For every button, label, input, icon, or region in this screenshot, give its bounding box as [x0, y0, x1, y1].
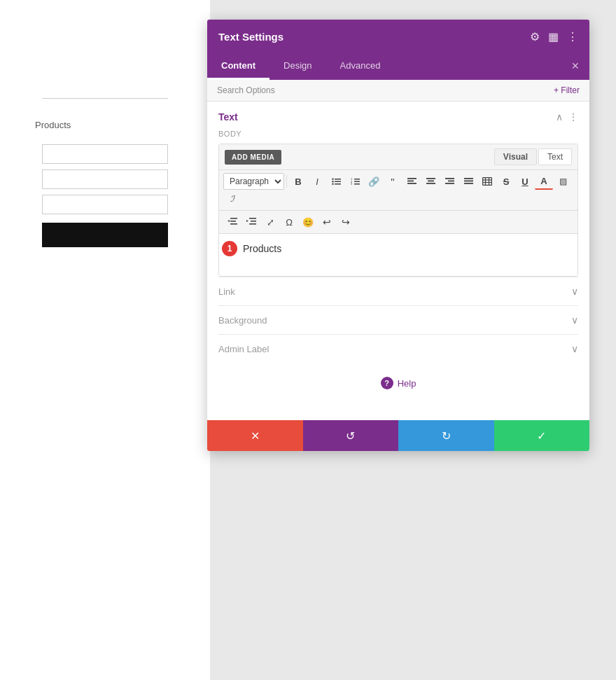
svg-rect-36 [251, 221, 256, 222]
underline-button[interactable]: U [516, 173, 534, 190]
svg-rect-22 [445, 183, 454, 184]
svg-rect-17 [428, 180, 434, 181]
admin-label-section-header[interactable]: Admin Label ∨ [218, 343, 578, 354]
ol-button[interactable]: 123 [346, 173, 364, 190]
svg-point-3 [332, 178, 333, 179]
emoji-button[interactable]: 😊 [299, 214, 317, 230]
preview-input-1 [42, 144, 168, 164]
decrease-indent-button[interactable] [223, 214, 241, 230]
paragraph-select[interactable]: Paragraph [223, 173, 284, 190]
custom-format-button[interactable]: ℐ [223, 190, 241, 207]
tab-advanced[interactable]: Advanced [326, 53, 395, 80]
editor-text: Products [243, 243, 281, 254]
align-center-button[interactable] [421, 173, 440, 190]
svg-rect-21 [448, 180, 454, 181]
panel-title: Text Settings [218, 31, 284, 43]
link-section-header[interactable]: Link ∨ [218, 286, 578, 297]
special-chars-button[interactable]: Ω [280, 214, 298, 230]
svg-text:3: 3 [351, 182, 353, 186]
background-section-header[interactable]: Background ∨ [218, 314, 578, 326]
tab-design[interactable]: Design [270, 53, 326, 80]
text-tab-button[interactable]: Text [538, 148, 572, 165]
increase-indent-button[interactable] [242, 214, 260, 230]
text-section-header: Text ∧ ⋮ [218, 111, 578, 123]
background-section: Background ∨ [218, 305, 578, 334]
svg-rect-16 [426, 178, 435, 179]
action-bar: ✕ ↺ ↻ ✓ [207, 420, 589, 451]
svg-rect-25 [464, 183, 473, 184]
svg-rect-14 [407, 183, 416, 184]
toolbar-separator-1 [286, 175, 287, 188]
svg-rect-12 [407, 178, 416, 179]
undo-button[interactable]: ↩ [318, 214, 336, 230]
settings-icon[interactable]: ⚙ [530, 30, 540, 43]
preview-text-label: Products [35, 120, 71, 130]
redo-icon: ↻ [442, 429, 451, 443]
svg-rect-8 [354, 183, 360, 185]
add-media-bar: ADD MEDIA Visual Text [219, 144, 578, 170]
font-color-button[interactable]: A [535, 173, 553, 190]
table-button[interactable] [478, 173, 496, 190]
body-field-label: Body [218, 130, 578, 138]
layout-icon[interactable]: ▦ [548, 30, 559, 43]
save-icon: ✓ [537, 429, 546, 443]
editor-container: ADD MEDIA Visual Text Paragraph B I 123 [218, 144, 578, 277]
panel-header: Text Settings ⚙ ▦ ⋮ [207, 20, 589, 53]
delete-icon: ✕ [251, 429, 260, 443]
ul-button[interactable] [327, 173, 345, 190]
more-options-icon[interactable]: ⋮ [567, 30, 578, 43]
filter-button[interactable]: + Filter [554, 85, 580, 95]
svg-rect-18 [426, 183, 435, 184]
reset-icon: ↺ [346, 429, 355, 443]
admin-label-section: Admin Label ∨ [218, 334, 578, 363]
svg-rect-24 [464, 180, 473, 181]
svg-point-4 [332, 181, 333, 182]
admin-label-chevron-icon: ∨ [571, 343, 578, 354]
blockquote-button[interactable]: " [384, 173, 402, 190]
reset-button[interactable]: ↺ [303, 420, 399, 451]
highlight-button[interactable]: ▨ [554, 173, 572, 190]
align-justify-button[interactable] [459, 173, 477, 190]
search-options-bar: Search Options + Filter [207, 80, 589, 102]
svg-rect-0 [335, 179, 341, 180]
italic-button[interactable]: I [308, 173, 326, 190]
section-menu-icon[interactable]: ⋮ [568, 111, 578, 123]
strikethrough-button[interactable]: S [497, 173, 515, 190]
redo-button[interactable]: ↪ [337, 214, 355, 230]
svg-rect-33 [230, 223, 237, 225]
section-controls: ∧ ⋮ [556, 111, 578, 123]
svg-marker-38 [246, 220, 248, 222]
tab-content[interactable]: Content [207, 53, 270, 80]
preview-input-3 [42, 195, 168, 214]
panel-close-icon[interactable]: ✕ [561, 53, 589, 80]
editor-toolbar-row1: Paragraph B I 123 🔗 " [219, 170, 578, 211]
preview-divider [42, 98, 168, 99]
align-right-button[interactable] [440, 173, 458, 190]
fullscreen-button[interactable]: ⤢ [261, 214, 279, 230]
add-media-button[interactable]: ADD MEDIA [225, 150, 281, 165]
redo-action-button[interactable]: ↻ [398, 420, 494, 451]
save-button[interactable]: ✓ [494, 420, 590, 451]
delete-button[interactable]: ✕ [207, 420, 303, 451]
help-icon: ? [381, 377, 393, 389]
svg-rect-23 [464, 178, 473, 179]
help-label[interactable]: Help [398, 378, 416, 389]
panel-tabs: Content Design Advanced ✕ [207, 53, 589, 80]
svg-rect-26 [483, 178, 492, 186]
svg-rect-31 [230, 218, 237, 219]
settings-panel: Text Settings ⚙ ▦ ⋮ Content Design Advan… [207, 20, 589, 451]
align-left-button[interactable] [402, 173, 421, 190]
section-collapse-icon[interactable]: ∧ [556, 111, 563, 123]
panel-header-icons: ⚙ ▦ ⋮ [530, 30, 578, 43]
visual-tab-button[interactable]: Visual [494, 148, 537, 165]
editor-content-area[interactable]: 1 Products [219, 234, 578, 276]
background-label: Background [218, 315, 267, 326]
admin-label-text: Admin Label [218, 344, 269, 354]
editor-toolbar-row2: ⤢ Ω 😊 ↩ ↪ [219, 211, 578, 234]
svg-rect-7 [354, 181, 360, 182]
bold-button[interactable]: B [289, 173, 307, 190]
preview-button [42, 223, 168, 247]
page-preview: Products [0, 0, 210, 680]
link-button[interactable]: 🔗 [365, 173, 383, 190]
link-label: Link [218, 286, 235, 297]
